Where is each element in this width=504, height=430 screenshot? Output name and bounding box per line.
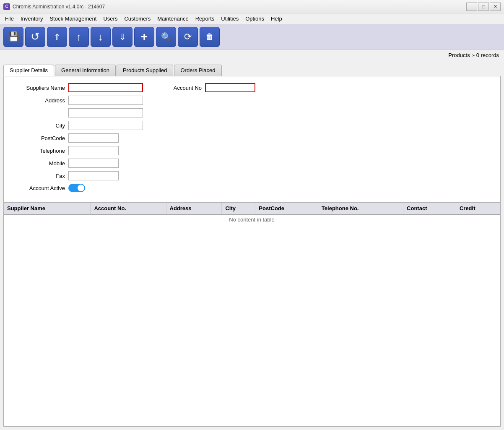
sync-button[interactable]: ⟳ (178, 27, 198, 47)
tab-orders-placed[interactable]: Orders Placed (174, 65, 221, 76)
menu-maintenance[interactable]: Maintenance (154, 15, 192, 23)
tab-bar: Supplier Details General Information Pro… (3, 65, 501, 76)
save-button[interactable]: 💾 (3, 27, 23, 47)
window-controls: ─ □ ✕ (466, 3, 501, 11)
mobile-row: Mobile (10, 159, 494, 168)
account-active-toggle[interactable] (68, 184, 85, 192)
tab-supplier-details[interactable]: Supplier Details (3, 65, 54, 76)
city-input[interactable] (68, 121, 143, 130)
minimize-button[interactable]: ─ (466, 3, 477, 11)
suppliers-name-label: Suppliers Name (10, 85, 65, 91)
suppliers-name-input[interactable] (68, 83, 143, 92)
address-row-2 (10, 108, 494, 117)
address-label: Address (10, 97, 65, 104)
account-no-input[interactable] (205, 83, 255, 92)
maximize-button[interactable]: □ (478, 3, 489, 11)
account-no-label: Account No (168, 85, 202, 91)
move-up-button[interactable]: ↑ (69, 27, 89, 47)
fax-row: Fax (10, 171, 494, 180)
suppliers-name-row: Suppliers Name Account No (10, 83, 494, 92)
address-row-1: Address (10, 96, 494, 105)
add-button[interactable]: + (134, 27, 154, 47)
menu-customers[interactable]: Customers (121, 15, 154, 23)
postcode-input[interactable] (68, 133, 119, 143)
suppliers-table: Supplier Name Account No. Address City P… (4, 203, 500, 224)
col-supplier-name: Supplier Name (4, 203, 91, 214)
menu-utilities[interactable]: Utilities (218, 15, 242, 23)
mobile-label: Mobile (10, 160, 65, 167)
refresh-button[interactable]: ↺ (25, 27, 45, 47)
move-down-button[interactable]: ↓ (91, 27, 111, 47)
menubar: File Inventory Stock Management Users Cu… (0, 13, 504, 24)
move-bottom-button[interactable]: ⇓ (112, 27, 132, 47)
col-account-no: Account No. (91, 203, 166, 214)
telephone-label: Telephone (10, 148, 65, 154)
col-city: City (222, 203, 255, 214)
main-content: Supplier Details General Information Pro… (0, 61, 504, 430)
app-icon: C (3, 3, 10, 10)
status-text: Products :- 0 records (448, 52, 499, 58)
menu-file[interactable]: File (2, 15, 17, 23)
postcode-label: PostCode (10, 135, 65, 141)
table-body: No content in table (4, 214, 500, 224)
menu-users[interactable]: Users (100, 15, 121, 23)
data-table-container: Supplier Name Account No. Address City P… (3, 203, 501, 427)
menu-help[interactable]: Help (268, 15, 286, 23)
mobile-input[interactable] (68, 159, 119, 168)
close-button[interactable]: ✕ (490, 3, 501, 11)
fax-label: Fax (10, 173, 65, 179)
postcode-row: PostCode (10, 133, 494, 143)
app-title: Chromis Administration v1.4.0rc - 214607 (13, 4, 466, 10)
delete-button[interactable]: 🗑 (200, 27, 220, 47)
col-postcode: PostCode (255, 203, 318, 214)
telephone-input[interactable] (68, 146, 119, 155)
col-telephone: Telephone No. (318, 203, 403, 214)
address2-input[interactable] (68, 108, 143, 117)
form-panel: Suppliers Name Account No Address City P… (3, 76, 501, 203)
tab-products-supplied[interactable]: Products Supplied (117, 65, 174, 76)
col-contact: Contact (403, 203, 456, 214)
address1-input[interactable] (68, 96, 143, 105)
col-address: Address (166, 203, 222, 214)
no-content-message: No content in table (4, 214, 500, 224)
toolbar: 💾 ↺ ⇑ ↑ ↓ ⇓ + 🔍 ⟳ 🗑 (0, 24, 504, 50)
titlebar: C Chromis Administration v1.4.0rc - 2146… (0, 0, 504, 13)
city-label: City (10, 122, 65, 129)
table-header: Supplier Name Account No. Address City P… (4, 203, 500, 214)
telephone-row: Telephone (10, 146, 494, 155)
statusbar: Products :- 0 records (0, 50, 504, 61)
menu-inventory[interactable]: Inventory (17, 15, 46, 23)
tab-general-information[interactable]: General Information (55, 65, 116, 76)
col-credit: Credit (456, 203, 500, 214)
account-active-row: Account Active (10, 184, 494, 192)
search-button[interactable]: 🔍 (156, 27, 176, 47)
move-top-button[interactable]: ⇑ (47, 27, 67, 47)
menu-reports[interactable]: Reports (192, 15, 218, 23)
fax-input[interactable] (68, 171, 119, 180)
menu-stock-management[interactable]: Stock Management (46, 15, 100, 23)
account-active-label: Account Active (10, 185, 65, 191)
menu-options[interactable]: Options (242, 15, 268, 23)
city-row: City (10, 121, 494, 130)
